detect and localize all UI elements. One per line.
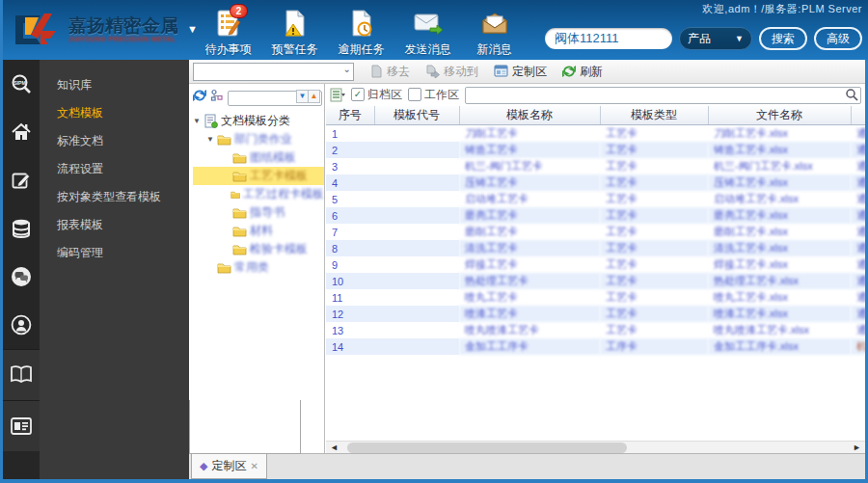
sipm-search-icon[interactable]: SIPM [3, 60, 40, 108]
menu-item-standard-documents[interactable]: 标准文档 [40, 127, 189, 155]
file-name[interactable]: 磨削工艺卡.xlsx [708, 224, 851, 240]
template-name[interactable]: 机三-阀门工艺卡 [459, 158, 600, 174]
table-row[interactable]: 3机三-阀门工艺卡工艺卡机三-阀门工艺卡.xlsx通用 [326, 158, 868, 174]
file-name[interactable]: 焊接工艺卡.xlsx [708, 256, 851, 273]
refresh-button[interactable]: 刷新 [562, 64, 603, 80]
tree-node[interactable]: 工艺卡模板 [193, 167, 324, 185]
search-icon[interactable] [845, 88, 858, 101]
view-menu-icon[interactable] [330, 88, 345, 102]
table-row[interactable]: 14金加工工序卡工序卡金加工工序卡.xlsx机加 [326, 338, 868, 355]
table-row[interactable]: 5启动堆工艺卡工艺卡启动堆工艺卡.xlsx通用 [326, 191, 868, 207]
table-row[interactable]: 2铸造工艺卡工艺卡铸造工艺卡.xlsx通用 [326, 142, 868, 158]
template-name[interactable]: 热处理工艺卡 [459, 273, 600, 289]
template-name[interactable]: 金加工工序卡 [459, 338, 600, 355]
file-name[interactable]: 磨亮工艺卡.xlsx [708, 207, 851, 224]
tree-root-node[interactable]: ▼ 文档模板分类 [193, 112, 324, 130]
file-name[interactable]: 金加工工序卡.xlsx [708, 338, 851, 355]
tree-node[interactable]: 工艺过程卡模板 [193, 185, 324, 203]
tree-node[interactable]: 检验卡模板 [193, 240, 324, 258]
file-name[interactable]: 启动堆工艺卡.xlsx [708, 191, 851, 207]
new-message-button[interactable]: 新消息 [461, 8, 528, 58]
chat-icon[interactable] [3, 253, 40, 301]
menu-item-process-settings[interactable]: 流程设置 [40, 155, 189, 183]
remove-button[interactable]: 移去 [369, 64, 410, 80]
database-icon[interactable] [3, 204, 40, 253]
table-row[interactable]: 12喷漆工艺卡工艺卡喷漆工艺卡.xlsx通用 [326, 306, 868, 322]
file-name[interactable]: 清洗工艺卡.xlsx [708, 240, 851, 256]
menu-item-report-templates[interactable]: 报表模板 [40, 211, 189, 239]
tree-node[interactable]: 指导书 [193, 203, 324, 222]
table-row[interactable]: 11喷丸工艺卡工艺卡喷丸工艺卡.xlsx通用 [326, 289, 868, 306]
template-name[interactable]: 磨削工艺卡 [459, 224, 600, 240]
menu-item-knowledge-base[interactable]: 知识库 [40, 71, 189, 99]
template-name[interactable]: 喷丸工艺卡 [459, 289, 600, 306]
menu-item-code-management[interactable]: 编码管理 [40, 239, 189, 267]
send-message-button[interactable]: 发送消息 [394, 8, 461, 58]
template-name[interactable]: 磨亮工艺卡 [459, 207, 600, 224]
table-row[interactable]: 7磨削工艺卡工艺卡磨削工艺卡.xlsx通用 [326, 224, 868, 240]
edit-icon[interactable] [3, 156, 40, 204]
search-category-select[interactable]: 产品 ▼ [679, 27, 752, 50]
home-icon[interactable] [3, 108, 40, 156]
horizontal-scrollbar[interactable]: ◄ ► [326, 441, 865, 454]
todo-button[interactable]: 2 待办事项 [195, 8, 261, 58]
tree-node[interactable]: 图纸模板 [193, 148, 324, 167]
app-logo[interactable]: 嘉扬精密金属 JIAYOUNG PRECISION METAL ▼ [12, 10, 198, 48]
column-header[interactable]: 模板类型 [600, 106, 708, 125]
custom-area-button[interactable]: 定制区 [494, 64, 547, 80]
column-header[interactable]: 序号 [326, 106, 374, 125]
template-name[interactable]: 喷漆工艺卡 [459, 306, 600, 322]
template-name[interactable]: 铸造工艺卡 [459, 142, 600, 158]
column-header[interactable]: 模板名称 [459, 106, 600, 125]
template-name[interactable]: 清洗工艺卡 [459, 240, 600, 256]
support-icon[interactable] [3, 301, 40, 349]
advanced-search-button[interactable]: 高级 [814, 27, 862, 50]
list-search-input[interactable] [465, 87, 861, 104]
file-name[interactable]: 刀削工艺卡.xlsx [708, 125, 851, 143]
file-name[interactable]: 铸造工艺卡.xlsx [708, 142, 851, 158]
template-name[interactable]: 刀削工艺卡 [459, 125, 600, 143]
custom-area-tab[interactable]: ◆ 定制区 ✕ [191, 454, 267, 479]
tree-hierarchy-icon[interactable] [210, 89, 224, 102]
scrollbar-thumb[interactable] [347, 443, 627, 453]
table-row[interactable]: 8清洗工艺卡工艺卡清洗工艺卡.xlsx通用 [326, 240, 868, 256]
file-name[interactable]: 热处理工艺卡.xlsx [708, 273, 851, 289]
file-name[interactable]: 喷丸工艺卡.xlsx [708, 289, 851, 306]
find-prev-icon[interactable]: ▲ [308, 90, 320, 103]
card-reader-icon[interactable] [3, 400, 40, 451]
overdue-tasks-button[interactable]: 逾期任务 [328, 8, 394, 58]
menu-item-document-templates[interactable]: 文档模板 [40, 99, 189, 127]
tree-refresh-icon[interactable] [193, 89, 206, 102]
tree-node[interactable]: 常用类 [193, 258, 324, 277]
table-row[interactable]: 4压铸工艺卡工艺卡压铸工艺卡.xlsx通用 [326, 174, 868, 191]
book-icon[interactable] [3, 349, 40, 400]
caret-down-icon[interactable]: ▼ [206, 135, 214, 144]
file-name[interactable]: 压铸工艺卡.xlsx [708, 174, 851, 191]
warning-tasks-button[interactable]: 预警任务 [261, 8, 328, 58]
file-name[interactable]: 喷漆工艺卡.xlsx [708, 306, 851, 322]
table-row[interactable]: 9焊接工艺卡工艺卡焊接工艺卡.xlsx通用 [326, 256, 868, 273]
move-to-button[interactable]: 移动到 [425, 64, 478, 80]
column-header[interactable]: 模板代号 [374, 106, 459, 125]
workspace-checkbox[interactable]: 工作区 [408, 87, 459, 103]
tree-node[interactable]: ▼部门类作业 [193, 130, 324, 148]
template-name[interactable]: 压铸工艺卡 [459, 174, 600, 191]
template-name[interactable]: 喷丸喷漆工艺卡 [459, 322, 600, 338]
table-row[interactable]: 1刀削工艺卡工艺卡刀削工艺卡.xlsx通用 [326, 125, 868, 143]
file-name[interactable]: 喷丸喷漆工艺卡.xlsx [708, 322, 851, 338]
tree-node[interactable]: 材料 [193, 222, 324, 240]
close-icon[interactable]: ✕ [250, 461, 258, 471]
template-name[interactable]: 焊接工艺卡 [459, 256, 600, 273]
menu-item-templates-by-object-type[interactable]: 按对象类型查看模板 [40, 183, 189, 211]
file-name[interactable]: 机三-阀门工艺卡.xlsx [708, 158, 851, 174]
table-row[interactable]: 10热处理工艺卡工艺卡热处理工艺卡.xlsx通用 [326, 273, 868, 289]
archive-area-checkbox[interactable]: ✓ 归档区 [351, 87, 402, 103]
caret-down-icon[interactable]: ▼ [193, 117, 201, 125]
table-row[interactable]: 13喷丸喷漆工艺卡工艺卡喷丸喷漆工艺卡.xlsx通用 [326, 322, 868, 338]
search-button[interactable]: 搜索 [759, 27, 807, 50]
table-row[interactable]: 6磨亮工艺卡工艺卡磨亮工艺卡.xlsx通用 [326, 207, 868, 224]
global-search-input[interactable] [545, 28, 672, 49]
template-name[interactable]: 启动堆工艺卡 [459, 191, 600, 207]
template-filter-combo[interactable]: ⌄ [193, 63, 354, 81]
column-header[interactable]: 文件名称 [708, 106, 851, 125]
